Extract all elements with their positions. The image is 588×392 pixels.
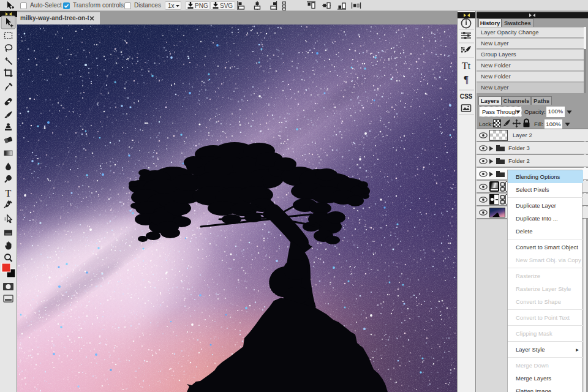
svg-text:¶: ¶ bbox=[464, 74, 469, 85]
svg-text:Tt: Tt bbox=[462, 61, 471, 71]
svg-text:CSS: CSS bbox=[460, 93, 473, 100]
svg-text:T: T bbox=[6, 188, 12, 198]
